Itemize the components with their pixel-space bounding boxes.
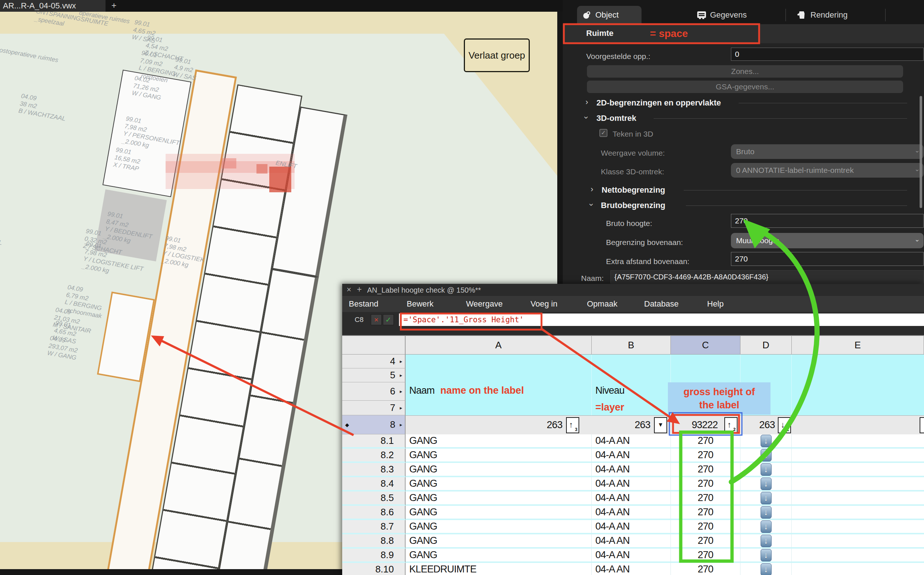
cell-a8[interactable]: 263 ↑3 [406, 415, 592, 434]
move-down-icon[interactable]: ↓ [760, 478, 771, 490]
cell-name[interactable]: GANG [406, 549, 592, 563]
chevron-down-icon[interactable]: › [587, 203, 596, 206]
move-down-icon[interactable]: ↓ [760, 492, 771, 504]
cell-name[interactable]: GANG [406, 506, 592, 520]
sort-button[interactable] [919, 417, 924, 433]
bruto-hoogte-input[interactable]: 270 [731, 214, 924, 228]
section-bruto-title[interactable]: Brutobegrenzing [601, 201, 665, 210]
cell-layer[interactable]: 04-A AN [592, 506, 671, 520]
row-header-8-7[interactable]: 8.7 [342, 520, 406, 534]
cell-layer[interactable]: 04-A AN [592, 549, 671, 563]
cell-height[interactable]: 270 [671, 434, 740, 449]
cell-action[interactable]: ↓ [740, 477, 792, 491]
cell-empty[interactable] [792, 449, 924, 463]
cell-a6[interactable]: Naam name on the label [409, 385, 524, 396]
row-header-8-6[interactable]: 8.6 [342, 506, 406, 520]
cell-b6[interactable]: Niveau [595, 385, 624, 396]
cancel-formula-button[interactable]: × [371, 314, 382, 325]
row-header-8-5[interactable]: 8.5 [342, 491, 406, 506]
zones-button[interactable]: Zones... [587, 65, 903, 78]
menu-database[interactable]: Database [644, 299, 679, 309]
cell-height[interactable]: 270 [671, 463, 740, 477]
cell-action[interactable]: ↓ [740, 549, 792, 563]
cell-e8[interactable] [792, 415, 924, 434]
cell-action[interactable]: ↓ [740, 563, 792, 575]
cell-action[interactable]: ↓ [740, 520, 792, 534]
leave-group-button[interactable]: Verlaat groep [464, 38, 530, 72]
cell-action[interactable]: ↓ [740, 463, 792, 477]
cell-layer[interactable]: 04-A AN [592, 477, 671, 491]
begrenzing-bovenaan-dropdown[interactable]: Muur hoogte › [731, 233, 924, 248]
move-down-icon[interactable]: ↓ [760, 463, 771, 476]
move-down-icon[interactable]: ↓ [760, 506, 771, 519]
cell-height[interactable]: 270 [671, 449, 740, 463]
menu-opmaak[interactable]: Opmaak [587, 299, 617, 309]
cell-name[interactable]: GANG [406, 463, 592, 477]
cell-name[interactable]: KLEEDRUIMTE [406, 563, 592, 575]
add-icon[interactable]: + [357, 284, 362, 294]
cell-layer[interactable]: 04-A AN [592, 463, 671, 477]
extra-afstand-input[interactable]: 270 [731, 252, 924, 266]
move-down-icon[interactable]: ↓ [760, 535, 771, 547]
cell-empty[interactable] [792, 534, 924, 549]
cell-height[interactable]: 270 [671, 506, 740, 520]
cell-name[interactable]: GANG [406, 477, 592, 491]
cell-action[interactable]: ↓ [740, 506, 792, 520]
cell-empty[interactable] [792, 520, 924, 534]
move-down-icon[interactable]: ↓ [760, 549, 771, 561]
cell-empty[interactable] [792, 491, 924, 506]
cell-layer[interactable]: 04-A AN [592, 434, 671, 449]
chevron-right-icon[interactable]: › [585, 97, 588, 107]
palette-scrollbar[interactable] [919, 96, 922, 208]
column-header-e[interactable]: E [792, 335, 924, 354]
cell-height[interactable]: 270 [671, 491, 740, 506]
row-header-7[interactable]: 7► [342, 401, 406, 415]
row-expand-icon[interactable]: ► [399, 406, 403, 410]
cell-d8[interactable]: 263 ↓1 [740, 415, 792, 434]
cell-empty[interactable] [792, 563, 924, 575]
row-header-6[interactable]: 6► [342, 382, 406, 401]
row-expand-icon[interactable]: ► [399, 389, 403, 394]
row-expand-icon[interactable]: ► [399, 373, 403, 378]
row-header-4[interactable]: 4► [342, 354, 406, 369]
new-tab-button[interactable]: + [111, 0, 116, 11]
gsa-button[interactable]: GSA-gegevens... [587, 81, 903, 93]
sort-ascending-button[interactable]: ↑2 [724, 417, 738, 433]
cell-name[interactable]: GANG [406, 491, 592, 506]
tab-object[interactable]: Object [577, 6, 641, 24]
proposed-area-input[interactable]: 0 [731, 48, 924, 61]
chevron-right-icon[interactable]: › [591, 184, 593, 194]
cell-layer[interactable]: 04-A AN [592, 491, 671, 506]
document-tab[interactable]: AR...R-A_04-05.vwx [0, 0, 105, 12]
dropdown-filter-button[interactable]: ▼ [654, 417, 667, 433]
cell-action[interactable]: ↓ [740, 534, 792, 549]
cell-empty[interactable] [792, 434, 924, 449]
cell-name[interactable]: GANG [406, 449, 592, 463]
row-header-8-4[interactable]: 8.4 [342, 477, 406, 491]
cell-c8-selected[interactable]: 93222 ↑2 [671, 415, 740, 434]
cell-layer[interactable]: 04-A AN [592, 534, 671, 549]
row-header-8-1[interactable]: 8.1 [342, 434, 406, 449]
klasse-3d-dropdown[interactable]: 0 ANNOTATIE-label-ruimte-omtrek › [731, 163, 924, 178]
row-header-8[interactable]: ◆8► [342, 415, 406, 434]
naam-field[interactable]: {A75F7070-CDF3-4469-A42B-A8A0D436F436} [611, 270, 924, 283]
weergave-volume-dropdown[interactable]: Bruto › [731, 144, 924, 159]
row-header-5[interactable]: 5► [342, 369, 406, 382]
menu-bewerk[interactable]: Bewerk [407, 299, 433, 309]
cell-name[interactable]: GANG [406, 520, 592, 534]
cell-action[interactable]: ↓ [740, 449, 792, 463]
corner-header[interactable] [342, 335, 406, 354]
sort-descending-button[interactable]: ↓1 [778, 417, 791, 433]
cell-height[interactable]: 270 [671, 563, 740, 575]
cell-name[interactable]: GANG [406, 534, 592, 549]
accept-formula-button[interactable]: ✓ [383, 314, 394, 325]
cell-empty[interactable] [792, 549, 924, 563]
column-header-b[interactable]: B [592, 335, 671, 354]
cell-empty[interactable] [792, 477, 924, 491]
cell-name[interactable]: GANG [406, 434, 592, 449]
menu-bestand[interactable]: Bestand [349, 299, 379, 309]
cell-b8[interactable]: 263 ▼ [592, 415, 671, 434]
menu-voeg-in[interactable]: Voeg in [531, 299, 557, 309]
column-header-c[interactable]: C [671, 335, 740, 354]
cell-empty[interactable] [792, 463, 924, 477]
